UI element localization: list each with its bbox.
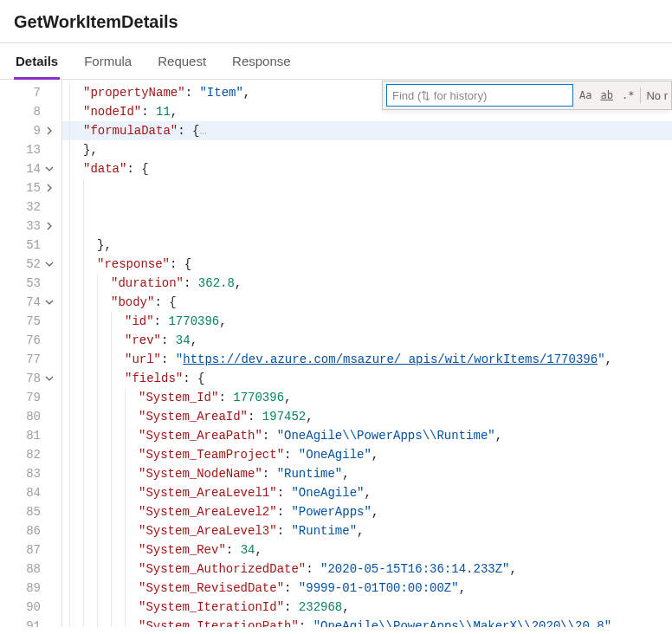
gutter: 7891314153233515253747576777879808182838…	[0, 80, 62, 627]
gutter-row: 82	[0, 445, 61, 464]
code-line[interactable]: "System_AreaId": 197452,	[62, 407, 672, 426]
line-number: 82	[16, 448, 41, 462]
code-line[interactable]: "System_AreaLevel1": "OneAgile",	[62, 483, 672, 502]
line-number: 76	[16, 333, 41, 347]
code-area[interactable]: "propertyName": "Item","nodeId": 11,"for…	[62, 80, 672, 627]
line-number: 90	[16, 600, 41, 614]
gutter-row: 52	[0, 255, 61, 274]
code-line[interactable]: "fields": {	[62, 369, 672, 388]
line-number: 7	[16, 86, 41, 100]
find-match-case[interactable]: Aa	[577, 87, 594, 103]
gutter-row: 74	[0, 293, 61, 312]
code-line[interactable]: "System_IterationPath": "OneAgile\\Power…	[62, 617, 672, 627]
line-number: 84	[16, 486, 41, 500]
fold-open-icon[interactable]	[41, 260, 58, 268]
line-number: 9	[16, 124, 41, 138]
code-line[interactable]: "System_RevisedDate": "9999-01-01T00:00:…	[62, 579, 672, 598]
gutter-row: 9	[0, 121, 61, 140]
gutter-row: 75	[0, 312, 61, 331]
gutter-row: 32	[0, 197, 61, 217]
tabs: Details Formula Request Response	[0, 43, 672, 80]
code-line[interactable]: "System_AreaLevel3": "Runtime",	[62, 521, 672, 540]
tab-details[interactable]: Details	[14, 43, 60, 80]
gutter-row: 83	[0, 464, 61, 483]
line-number: 89	[16, 581, 41, 595]
code-line[interactable]: "formulaData": {…	[62, 121, 672, 140]
gutter-row: 33	[0, 217, 61, 236]
line-number: 91	[16, 619, 41, 627]
fold-closed-icon[interactable]	[41, 184, 58, 192]
tab-formula[interactable]: Formula	[82, 43, 133, 80]
line-number: 74	[16, 295, 41, 309]
line-number: 32	[16, 200, 41, 214]
code-line[interactable]	[62, 178, 672, 197]
code-line[interactable]: "System_AreaPath": "OneAgile\\PowerApps\…	[62, 426, 672, 445]
gutter-row: 15	[0, 178, 61, 197]
tab-request[interactable]: Request	[156, 43, 208, 80]
line-number: 79	[16, 391, 41, 404]
gutter-row: 53	[0, 274, 61, 293]
gutter-row: 88	[0, 560, 61, 579]
code-line[interactable]: "response": {	[62, 255, 672, 274]
code-line[interactable]: "data": {	[62, 159, 672, 178]
gutter-row: 90	[0, 598, 61, 617]
fold-closed-icon[interactable]	[41, 222, 58, 230]
line-number: 86	[16, 524, 41, 538]
gutter-row: 86	[0, 521, 61, 540]
line-number: 52	[16, 257, 41, 271]
fold-open-icon[interactable]	[41, 374, 58, 383]
gutter-row: 7	[0, 83, 61, 102]
gutter-row: 77	[0, 350, 61, 369]
gutter-row: 13	[0, 140, 61, 159]
gutter-row: 78	[0, 369, 61, 388]
gutter-row: 8	[0, 102, 61, 121]
gutter-row: 76	[0, 331, 61, 350]
code-line[interactable]: "id": 1770396,	[62, 312, 672, 331]
code-line[interactable]: "System_Rev": 34,	[62, 540, 672, 560]
tab-response[interactable]: Response	[230, 43, 293, 80]
line-number: 51	[16, 238, 41, 252]
code-line[interactable]: "duration": 362.8,	[62, 274, 672, 293]
find-bar: Aa ab .* No r	[382, 81, 672, 110]
code-line[interactable]: "System_NodeName": "Runtime",	[62, 464, 672, 483]
code-line[interactable]: "System_IterationId": 232968,	[62, 598, 672, 617]
find-match-word[interactable]: ab	[598, 87, 616, 103]
line-number: 83	[16, 467, 41, 481]
gutter-row: 51	[0, 236, 61, 255]
line-number: 13	[16, 143, 41, 157]
gutter-row: 85	[0, 502, 61, 521]
find-input[interactable]	[386, 84, 573, 107]
line-number: 53	[16, 276, 41, 290]
gutter-row: 14	[0, 159, 61, 178]
find-result-text: No r	[644, 89, 668, 102]
code-line[interactable]: "body": {	[62, 293, 672, 312]
gutter-row: 81	[0, 426, 61, 445]
line-number: 8	[16, 105, 41, 119]
fold-open-icon[interactable]	[41, 165, 58, 173]
fold-closed-icon[interactable]	[41, 126, 58, 135]
line-number: 87	[16, 543, 41, 557]
code-line[interactable]	[62, 197, 672, 217]
gutter-row: 91	[0, 617, 61, 627]
code-line[interactable]: "System_Id": 1770396,	[62, 388, 672, 407]
header: GetWorkItemDetails	[0, 0, 672, 43]
line-number: 77	[16, 353, 41, 366]
code-line[interactable]: "System_TeamProject": "OneAgile",	[62, 445, 672, 464]
code-line[interactable]: "rev": 34,	[62, 331, 672, 350]
code-line[interactable]: },	[62, 140, 672, 159]
line-number: 15	[16, 181, 41, 195]
line-number: 80	[16, 410, 41, 424]
page-title: GetWorkItemDetails	[14, 12, 658, 32]
gutter-row: 84	[0, 483, 61, 502]
code-line[interactable]: "System_AuthorizedDate": "2020-05-15T16:…	[62, 560, 672, 579]
gutter-row: 80	[0, 407, 61, 426]
find-regex[interactable]: .*	[619, 87, 636, 103]
code-line[interactable]: "System_AreaLevel2": "PowerApps",	[62, 502, 672, 521]
code-line[interactable]	[62, 217, 672, 236]
code-line[interactable]: "url": "https://dev.azure.com/msazure/_a…	[62, 350, 672, 369]
url-link[interactable]: https://dev.azure.com/msazure/_apis/wit/…	[183, 350, 598, 369]
code-editor: 7891314153233515253747576777879808182838…	[0, 80, 672, 627]
code-line[interactable]: },	[62, 236, 672, 255]
line-number: 33	[16, 219, 41, 233]
fold-open-icon[interactable]	[41, 298, 58, 307]
